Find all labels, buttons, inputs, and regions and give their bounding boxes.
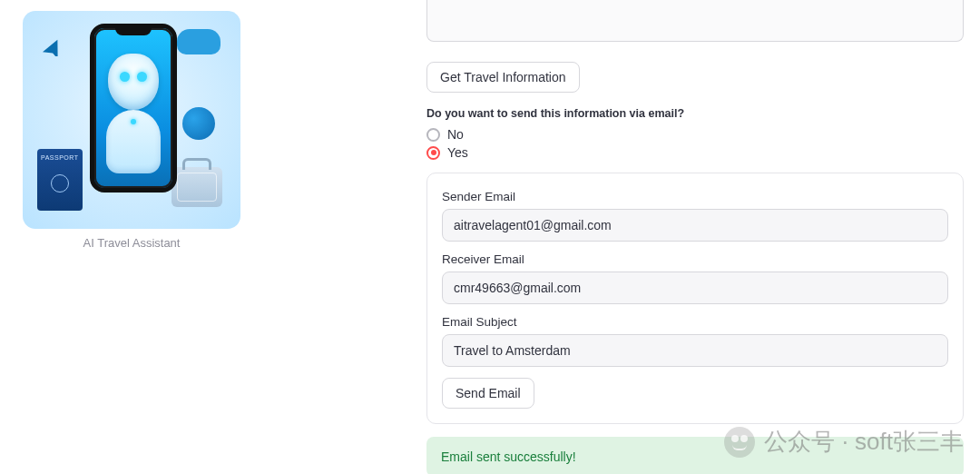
subject-input[interactable]: [442, 334, 948, 367]
phone-notch: [115, 28, 152, 35]
airplane-icon: [39, 35, 61, 56]
passport-label: PASSPORT: [41, 154, 78, 161]
subject-field: Email Subject: [442, 315, 948, 367]
sender-email-input[interactable]: [442, 209, 948, 242]
cloud-icon: [177, 29, 220, 54]
page-root: PASSPORT AI Travel Assistant Get Travel …: [0, 0, 980, 474]
get-travel-info-button[interactable]: Get Travel Information: [426, 62, 580, 93]
subject-label: Email Subject: [442, 315, 948, 329]
robot-body-icon: [106, 110, 161, 173]
robot-head-icon: [108, 54, 159, 110]
send-email-radio-group: No Yes: [426, 127, 964, 160]
success-alert: Email sent successfully!: [426, 437, 964, 474]
email-form: Sender Email Receiver Email Email Subjec…: [426, 173, 964, 424]
send-email-button[interactable]: Send Email: [442, 378, 534, 409]
suitcase-icon: [172, 167, 222, 207]
globe-icon: [182, 107, 215, 140]
main-column: Get Travel Information Do you want to se…: [263, 0, 980, 474]
send-email-question: Do you want to send this information via…: [426, 107, 964, 120]
assistant-caption: AI Travel Assistant: [83, 236, 181, 250]
radio-option-yes[interactable]: Yes: [426, 145, 964, 160]
passport-icon: PASSPORT: [37, 149, 83, 211]
sidebar: PASSPORT AI Travel Assistant: [0, 0, 263, 474]
radio-icon: [426, 128, 440, 142]
radio-icon: [426, 146, 440, 160]
radio-label: No: [447, 127, 464, 142]
assistant-image: PASSPORT: [23, 11, 240, 229]
receiver-email-input[interactable]: [442, 272, 948, 304]
receiver-email-field: Receiver Email: [442, 252, 948, 304]
travel-query-textarea[interactable]: [426, 0, 964, 42]
sender-email-label: Sender Email: [442, 190, 948, 203]
sender-email-field: Sender Email: [442, 190, 948, 242]
phone-frame: [90, 24, 177, 193]
receiver-email-label: Receiver Email: [442, 252, 948, 266]
radio-label: Yes: [447, 145, 468, 160]
radio-option-no[interactable]: No: [426, 127, 964, 142]
